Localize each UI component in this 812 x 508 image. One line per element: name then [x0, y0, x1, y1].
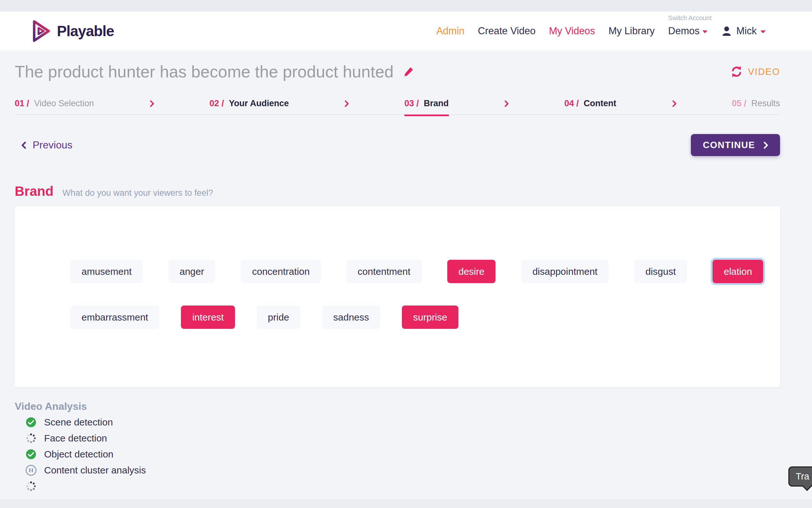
emotion-tag-elation[interactable]: elation	[713, 260, 763, 283]
step-separator: /	[576, 98, 579, 108]
step-number: 01	[15, 98, 24, 108]
step-02-your-audience[interactable]: 02 / Your Audience	[209, 98, 289, 109]
window-top-strip	[0, 0, 812, 11]
step-05-results[interactable]: 05 / Results	[732, 98, 780, 109]
nav-item-admin[interactable]: Admin	[436, 25, 465, 37]
pause-circle-icon	[26, 465, 37, 476]
step-label: Content	[584, 98, 616, 108]
analysis-item-scene-detection: Scene detection	[15, 416, 780, 429]
section-subtitle: What do you want your viewers to feel?	[62, 188, 213, 198]
translate-tooltip-button[interactable]: Tra	[789, 466, 812, 486]
emotion-tag-desire[interactable]: desire	[447, 260, 496, 283]
chevron-down-icon	[702, 30, 708, 33]
analysis-item-label: Scene detection	[44, 417, 113, 428]
refresh-icon	[730, 65, 743, 78]
chevron-right-icon	[761, 140, 770, 150]
step-01-video-selection[interactable]: 01 / Video Selection	[15, 98, 94, 109]
step-separator: /	[27, 98, 30, 108]
emotion-row-2: embarrassment interest pride sadness sur…	[70, 305, 780, 329]
step-03-brand[interactable]: 03 / Brand	[404, 98, 449, 109]
analysis-item-object-detection: Object detection	[15, 448, 780, 461]
video-title: The product hunter has become the produc…	[15, 62, 393, 81]
analysis-item-label: Object detection	[44, 449, 113, 460]
step-label: Results	[751, 98, 780, 108]
check-circle-icon	[26, 417, 37, 428]
emotion-row-1: amusement anger concentration contentmen…	[70, 260, 780, 283]
chevron-right-icon	[502, 99, 511, 108]
analysis-item-partial	[15, 479, 780, 493]
emotion-tag-amusement[interactable]: amusement	[70, 260, 143, 283]
play-triangle-icon	[31, 19, 52, 43]
edit-pencil-icon[interactable]	[402, 66, 414, 77]
previous-label: Previous	[33, 139, 73, 151]
tooltip-label: Tra	[796, 471, 809, 481]
step-separator: /	[744, 98, 747, 108]
chevron-left-icon	[19, 140, 29, 150]
playable-logo[interactable]: Playable	[31, 19, 114, 43]
account-switcher[interactable]: Switch Account Demos	[668, 25, 708, 37]
emotion-tag-contentment[interactable]: contentment	[346, 260, 422, 283]
emotion-tag-interest[interactable]: interest	[181, 305, 235, 329]
step-separator: /	[222, 98, 224, 108]
step-number: 02	[209, 98, 219, 108]
continue-button[interactable]: CONTINUE	[691, 134, 780, 156]
media-type-label: VIDEO	[748, 67, 780, 77]
video-analysis-section: Video Analysis Scene detection Face dete…	[15, 400, 780, 493]
emotions-card: amusement anger concentration contentmen…	[15, 206, 780, 387]
logo-wordmark: Playable	[57, 23, 114, 40]
user-menu[interactable]: Mick	[721, 25, 766, 37]
wizard-actions-row: Previous CONTINUE	[15, 134, 780, 156]
analysis-item-face-detection: Face detection	[15, 431, 780, 445]
emotion-tag-embarrassment[interactable]: embarrassment	[70, 305, 159, 329]
chevron-right-icon	[670, 99, 679, 108]
check-circle-icon	[26, 449, 37, 460]
bottom-edge-band	[0, 500, 812, 508]
user-name: Mick	[736, 25, 757, 37]
switch-account-label: Switch Account	[668, 14, 712, 22]
wizard-steps: 01 / Video Selection 02 / Your Audience …	[15, 98, 780, 115]
analysis-item-label: Face detection	[44, 433, 107, 444]
analysis-item-content-cluster: Content cluster analysis	[15, 464, 780, 477]
emotion-tag-disappointment[interactable]: disappointment	[521, 260, 608, 283]
main-nav: Admin Create Video My Videos My Library …	[436, 25, 766, 37]
step-number: 04	[564, 98, 574, 108]
emotion-tag-disgust[interactable]: disgust	[634, 260, 687, 283]
section-title: Brand	[15, 184, 53, 199]
chevron-down-icon	[761, 30, 766, 33]
emotion-tag-concentration[interactable]: concentration	[241, 260, 321, 283]
video-title-row: The product hunter has become the produc…	[15, 62, 780, 81]
emotion-tag-sadness[interactable]: sadness	[322, 305, 380, 329]
page-content: The product hunter has become the produc…	[0, 62, 812, 493]
step-separator: /	[417, 98, 419, 108]
step-number: 05	[732, 98, 742, 108]
step-label: Your Audience	[229, 98, 289, 108]
nav-item-create-video[interactable]: Create Video	[478, 25, 535, 37]
emotion-tag-anger[interactable]: anger	[169, 260, 216, 283]
spinner-icon	[26, 433, 37, 444]
continue-label: CONTINUE	[703, 140, 755, 151]
top-navigation-bar: Playable Admin Create Video My Videos My…	[0, 11, 812, 50]
step-label: Video Selection	[34, 98, 94, 108]
step-number: 03	[404, 98, 414, 108]
nav-item-my-videos[interactable]: My Videos	[549, 25, 595, 37]
chevron-right-icon	[342, 99, 351, 108]
account-menu-demos: Demos	[668, 25, 700, 37]
brand-section-header: Brand What do you want your viewers to f…	[15, 184, 780, 199]
emotion-tag-pride[interactable]: pride	[257, 305, 300, 329]
video-analysis-heading: Video Analysis	[15, 400, 780, 412]
media-type-chip[interactable]: VIDEO	[730, 65, 780, 78]
chevron-right-icon	[147, 99, 156, 108]
emotion-tag-surprise[interactable]: surprise	[402, 305, 459, 329]
nav-item-my-library[interactable]: My Library	[608, 25, 655, 37]
step-label: Brand	[424, 98, 449, 108]
spinner-icon	[26, 481, 37, 492]
person-icon	[721, 25, 732, 37]
previous-button[interactable]: Previous	[19, 139, 73, 151]
analysis-item-label: Content cluster analysis	[44, 465, 146, 476]
step-04-content[interactable]: 04 / Content	[564, 98, 616, 109]
